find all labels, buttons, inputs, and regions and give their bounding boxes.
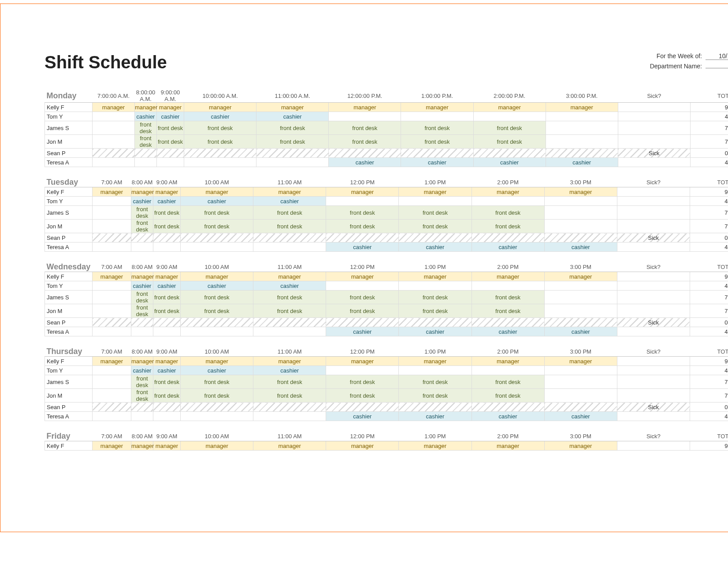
shift-cell[interactable]	[181, 412, 253, 421]
shift-cell[interactable]: front desk	[131, 389, 153, 403]
sick-cell[interactable]	[618, 112, 690, 121]
shift-cell[interactable]	[544, 291, 617, 304]
shift-cell[interactable]	[399, 281, 472, 291]
shift-cell[interactable]	[253, 318, 326, 327]
shift-cell[interactable]: front desk	[181, 206, 253, 220]
shift-cell[interactable]: front desk	[184, 135, 256, 149]
shift-cell[interactable]: front desk	[472, 220, 544, 233]
shift-cell[interactable]: manager	[399, 357, 472, 366]
shift-cell[interactable]	[181, 318, 253, 327]
shift-cell[interactable]: front desk	[473, 135, 546, 149]
shift-cell[interactable]	[256, 158, 329, 167]
shift-cell[interactable]: cashier	[399, 412, 472, 421]
shift-cell[interactable]: manager	[472, 441, 544, 451]
shift-cell[interactable]: front desk	[399, 389, 472, 403]
shift-cell[interactable]	[326, 197, 399, 206]
shift-cell[interactable]	[184, 158, 256, 167]
sick-cell[interactable]: Sick	[618, 149, 690, 158]
shift-cell[interactable]: front desk	[256, 121, 329, 135]
shift-cell[interactable]: front desk	[157, 121, 184, 135]
sick-cell[interactable]	[617, 197, 690, 206]
sick-cell[interactable]	[617, 242, 690, 252]
shift-cell[interactable]: cashier	[401, 158, 473, 167]
shift-cell[interactable]	[135, 149, 157, 158]
shift-cell[interactable]: front desk	[181, 304, 253, 318]
shift-cell[interactable]	[544, 233, 617, 242]
shift-cell[interactable]: front desk	[181, 375, 253, 389]
shift-cell[interactable]: cashier	[326, 327, 399, 336]
shift-cell[interactable]: front desk	[472, 206, 544, 220]
shift-cell[interactable]	[181, 403, 253, 412]
shift-cell[interactable]: front desk	[253, 291, 326, 304]
shift-cell[interactable]	[473, 149, 546, 158]
shift-cell[interactable]	[131, 233, 153, 242]
shift-cell[interactable]	[546, 121, 618, 135]
shift-cell[interactable]: front desk	[153, 206, 181, 220]
shift-cell[interactable]: front desk	[181, 389, 253, 403]
shift-cell[interactable]: cashier	[135, 112, 157, 121]
shift-cell[interactable]	[546, 112, 618, 121]
shift-cell[interactable]: manager	[472, 357, 544, 366]
week-of-value[interactable]: 10/18/2004	[706, 52, 728, 60]
shift-cell[interactable]: manager	[326, 187, 399, 197]
shift-cell[interactable]	[472, 281, 544, 291]
shift-cell[interactable]: front desk	[472, 304, 544, 318]
shift-cell[interactable]	[131, 318, 153, 327]
shift-cell[interactable]: manager	[153, 272, 181, 281]
shift-cell[interactable]	[253, 233, 326, 242]
shift-cell[interactable]	[93, 327, 131, 336]
shift-cell[interactable]: front desk	[153, 389, 181, 403]
shift-cell[interactable]	[256, 149, 329, 158]
shift-cell[interactable]	[544, 366, 617, 375]
shift-cell[interactable]: cashier	[181, 366, 253, 375]
shift-cell[interactable]: manager	[153, 357, 181, 366]
sick-cell[interactable]	[617, 366, 690, 375]
shift-cell[interactable]	[253, 327, 326, 336]
shift-cell[interactable]	[401, 149, 473, 158]
shift-cell[interactable]: front desk	[399, 304, 472, 318]
shift-cell[interactable]: front desk	[153, 291, 181, 304]
shift-cell[interactable]: cashier	[546, 158, 618, 167]
shift-cell[interactable]: manager	[472, 187, 544, 197]
shift-cell[interactable]	[399, 233, 472, 242]
shift-cell[interactable]	[131, 242, 153, 252]
shift-cell[interactable]: front desk	[135, 121, 157, 135]
shift-cell[interactable]	[544, 318, 617, 327]
shift-cell[interactable]: manager	[181, 272, 253, 281]
shift-cell[interactable]: front desk	[399, 220, 472, 233]
sick-cell[interactable]: Sick	[617, 318, 690, 327]
shift-cell[interactable]	[544, 304, 617, 318]
shift-cell[interactable]: cashier	[131, 281, 153, 291]
shift-cell[interactable]	[326, 318, 399, 327]
shift-cell[interactable]	[544, 389, 617, 403]
shift-cell[interactable]: manager	[93, 103, 135, 112]
shift-cell[interactable]: cashier	[181, 281, 253, 291]
shift-cell[interactable]	[546, 149, 618, 158]
shift-cell[interactable]	[399, 318, 472, 327]
shift-cell[interactable]	[93, 121, 135, 135]
shift-cell[interactable]: cashier	[253, 197, 326, 206]
shift-cell[interactable]: front desk	[399, 206, 472, 220]
shift-cell[interactable]: manager	[131, 441, 153, 451]
shift-cell[interactable]: front desk	[253, 220, 326, 233]
sick-cell[interactable]	[617, 375, 690, 389]
sick-cell[interactable]	[618, 103, 690, 112]
shift-cell[interactable]: manager	[157, 103, 184, 112]
shift-cell[interactable]: manager	[472, 272, 544, 281]
shift-cell[interactable]: front desk	[153, 220, 181, 233]
department-value[interactable]	[706, 68, 728, 68]
shift-cell[interactable]: cashier	[131, 197, 153, 206]
shift-cell[interactable]	[184, 149, 256, 158]
shift-cell[interactable]: manager	[253, 357, 326, 366]
shift-cell[interactable]: cashier	[256, 112, 329, 121]
shift-cell[interactable]: manager	[473, 103, 546, 112]
shift-cell[interactable]	[472, 403, 544, 412]
shift-cell[interactable]: manager	[153, 441, 181, 451]
shift-cell[interactable]	[253, 412, 326, 421]
shift-cell[interactable]	[93, 403, 131, 412]
shift-cell[interactable]	[181, 327, 253, 336]
shift-cell[interactable]	[399, 403, 472, 412]
shift-cell[interactable]	[93, 281, 131, 291]
shift-cell[interactable]: manager	[329, 103, 401, 112]
shift-cell[interactable]	[93, 242, 131, 252]
